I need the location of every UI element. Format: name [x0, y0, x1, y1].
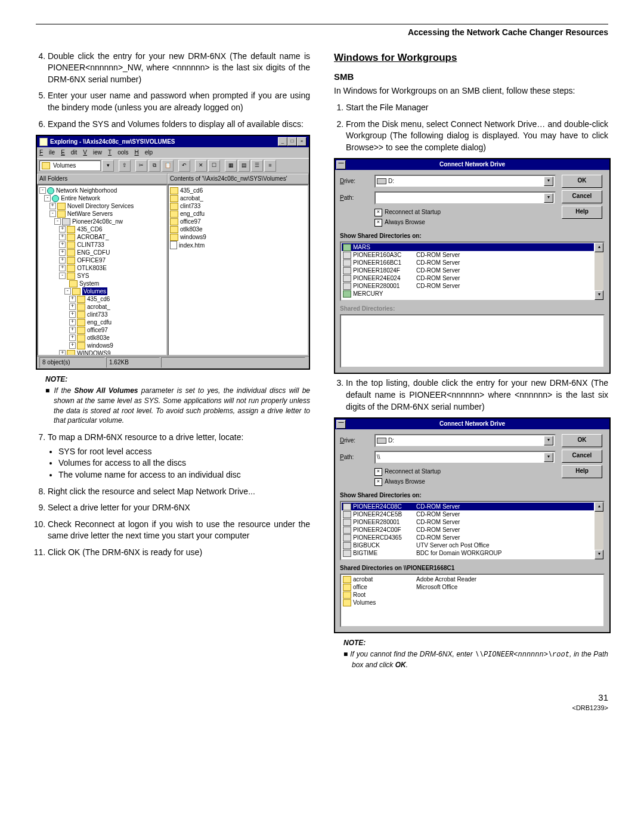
- server-listbox[interactable]: PIONEER24C08CCD-ROM ServerPIONEER24CE5BC…: [340, 501, 605, 561]
- share-row[interactable]: officeMicrosoft Office: [342, 583, 603, 591]
- ok-button[interactable]: OK: [562, 434, 602, 447]
- dropdown-button[interactable]: ▾: [102, 160, 114, 172]
- expand-box[interactable]: +: [69, 327, 76, 333]
- expand-box[interactable]: +: [69, 304, 76, 310]
- sysmenu-icon[interactable]: —: [336, 160, 346, 169]
- expand-box[interactable]: +: [69, 335, 76, 341]
- tree-node[interactable]: -Entire Network: [39, 194, 165, 202]
- listbox-row[interactable]: PIONEER18024FCD-ROM Server: [342, 267, 594, 274]
- listbox-row[interactable]: BIGTIMEBDC for Domain WORKGROUP: [342, 549, 594, 557]
- listbox-row[interactable]: PIONEER24C08CCD-ROM Server: [342, 503, 594, 510]
- cut-button[interactable]: ✂: [135, 160, 147, 172]
- tree-node[interactable]: +ACROBAT_: [39, 233, 165, 241]
- file-item[interactable]: eng_cdfu: [170, 210, 306, 218]
- menu-item[interactable]: Tools: [108, 149, 128, 156]
- reconnect-checkbox[interactable]: ×: [374, 209, 382, 216]
- expand-box[interactable]: -: [64, 288, 71, 295]
- maximize-button[interactable]: □: [287, 137, 297, 146]
- cancel-button[interactable]: Cancel: [562, 450, 602, 463]
- listbox-row[interactable]: PIONEER160A3CCD-ROM Server: [342, 251, 594, 259]
- up-button[interactable]: ⇧: [119, 160, 131, 172]
- share-row[interactable]: acrobatAdobe Acrobat Reader: [342, 575, 603, 583]
- tree-node[interactable]: -NetWare Servers: [39, 210, 165, 218]
- drive-combo[interactable]: D: ▾: [374, 434, 556, 447]
- tree-node[interactable]: +WINDOWS9: [39, 349, 165, 356]
- listbox-scrollbar[interactable]: ▴ ▾: [595, 243, 603, 300]
- tree-node[interactable]: +CLINT733: [39, 241, 165, 249]
- menu-item[interactable]: Edit: [61, 149, 77, 156]
- file-item[interactable]: index.htm: [170, 241, 306, 249]
- tree-node[interactable]: +435_cd6: [39, 295, 165, 303]
- file-item[interactable]: 435_cd6: [170, 187, 306, 194]
- cancel-button[interactable]: Cancel: [562, 190, 602, 203]
- always-checkbox[interactable]: ×: [374, 478, 382, 486]
- expand-box[interactable]: +: [59, 226, 66, 233]
- expand-box[interactable]: +: [49, 203, 56, 209]
- combo-down-icon[interactable]: ▾: [544, 176, 553, 186]
- tree-node[interactable]: +eng_cdfu: [39, 318, 165, 326]
- close-button[interactable]: ×: [297, 137, 306, 146]
- expand-box[interactable]: +: [59, 234, 66, 240]
- shares-listbox[interactable]: [340, 314, 605, 368]
- file-item[interactable]: acrobat_: [170, 194, 306, 202]
- file-item[interactable]: clint733: [170, 202, 306, 210]
- listbox-row[interactable]: PIONEER24CE5BCD-ROM Server: [342, 510, 594, 518]
- sysmenu-icon[interactable]: —: [336, 420, 346, 429]
- help-button[interactable]: Help: [562, 206, 602, 219]
- file-item[interactable]: otlk803e: [170, 225, 306, 233]
- address-combo[interactable]: Volumes: [39, 160, 101, 171]
- file-item[interactable]: office97: [170, 218, 306, 225]
- listbox-row[interactable]: PIONEER280001CD-ROM Server: [342, 282, 594, 290]
- combo-down-icon[interactable]: ▾: [544, 436, 553, 445]
- list-button[interactable]: ☰: [251, 160, 263, 172]
- listbox-row[interactable]: PIONEER24C00FCD-ROM Server: [342, 526, 594, 534]
- listbox-row[interactable]: MERCURY: [342, 290, 594, 298]
- tree-node[interactable]: -Pioneer24c08c_nw: [39, 218, 165, 225]
- share-row[interactable]: Volumes: [342, 599, 603, 606]
- listbox-row[interactable]: PIONEERCD4365CD-ROM Server: [342, 534, 594, 541]
- scroll-up-icon[interactable]: ▴: [595, 243, 603, 252]
- listbox-row[interactable]: PIONEER280001CD-ROM Server: [342, 518, 594, 526]
- menu-item[interactable]: File: [39, 149, 55, 156]
- expand-box[interactable]: +: [59, 249, 66, 256]
- reconnect-checkbox[interactable]: ×: [374, 468, 382, 476]
- tree-node[interactable]: +Novell Directory Services: [39, 202, 165, 210]
- large-icons-button[interactable]: ▦: [225, 160, 237, 172]
- scroll-down-icon[interactable]: ▾: [595, 290, 603, 300]
- listbox-row[interactable]: BIGBUCKUTV Server och Post Office: [342, 541, 594, 549]
- expand-box[interactable]: -: [54, 218, 61, 225]
- tree-node[interactable]: -SYS: [39, 272, 165, 280]
- always-checkbox[interactable]: ×: [374, 219, 382, 227]
- details-button[interactable]: ≡: [264, 160, 276, 172]
- expand-box[interactable]: +: [69, 296, 76, 302]
- tree-node[interactable]: +435_CD6: [39, 225, 165, 233]
- paste-button[interactable]: 📋: [162, 160, 174, 172]
- tree-node[interactable]: -Network Neighborhood: [39, 187, 165, 194]
- listbox-scrollbar[interactable]: ▴ ▾: [595, 502, 603, 559]
- menu-item[interactable]: Help: [135, 149, 153, 156]
- expand-box[interactable]: +: [59, 350, 66, 356]
- scroll-down-icon[interactable]: ▾: [595, 550, 603, 559]
- tree-pane[interactable]: -Network Neighborhood -Entire Network +N…: [37, 184, 168, 356]
- tree-node[interactable]: +ENG_CDFU: [39, 249, 165, 256]
- expand-box[interactable]: +: [69, 319, 76, 326]
- shares-listbox[interactable]: acrobatAdobe Acrobat ReaderofficeMicroso…: [340, 574, 605, 627]
- expand-box[interactable]: -: [39, 187, 46, 194]
- small-icons-button[interactable]: ▤: [238, 160, 250, 172]
- tree-node[interactable]: +otlk803e: [39, 334, 165, 342]
- path-combo[interactable]: \\ ▾: [374, 451, 556, 464]
- tree-node[interactable]: +acrobat_: [39, 303, 165, 311]
- expand-box[interactable]: -: [49, 210, 56, 217]
- expand-box[interactable]: +: [69, 311, 76, 318]
- delete-button[interactable]: ✕: [195, 160, 207, 172]
- listbox-row[interactable]: MARS: [342, 243, 594, 251]
- listbox-row[interactable]: PIONEER166BC1CD-ROM Server: [342, 259, 594, 267]
- combo-down-icon[interactable]: ▾: [544, 453, 553, 462]
- tree-node[interactable]: +clint733: [39, 311, 165, 318]
- share-row[interactable]: Root: [342, 591, 603, 599]
- minimize-button[interactable]: _: [278, 137, 287, 146]
- expand-box[interactable]: +: [59, 241, 66, 248]
- expand-box[interactable]: +: [69, 342, 76, 349]
- combo-down-icon[interactable]: ▾: [544, 193, 553, 203]
- tree-node[interactable]: +OTLK803E: [39, 264, 165, 272]
